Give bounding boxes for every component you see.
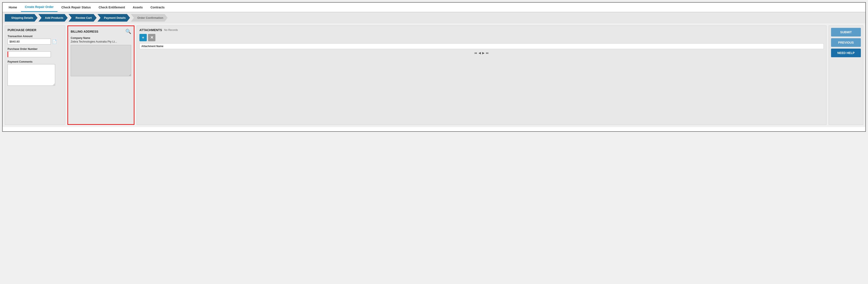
pagination-first[interactable]: ⏮ (474, 51, 477, 55)
wizard-bar: Shipping Details Add Products Review Car… (3, 12, 865, 23)
wizard-step-review-cart[interactable]: Review Cart (68, 14, 97, 22)
top-navigation: Home Create Repair Order Check Repair St… (3, 3, 865, 12)
submit-button[interactable]: SUBMIT (831, 28, 861, 36)
company-name-label: Company Name (71, 36, 131, 39)
attachment-name-header: Attachment Name (140, 43, 824, 49)
attachments-title: ATTACHMENTS (140, 28, 162, 32)
wizard-step-order-confirmation[interactable]: Order Confirmation (131, 14, 168, 22)
attachments-panel: ATTACHMENTS No Records + ✕ Attachment Na… (136, 26, 827, 125)
transaction-amount-label: Transaction Amount (7, 35, 62, 38)
pagination-next[interactable]: ▶ (482, 51, 485, 55)
billing-search-icon[interactable]: 🔍 (125, 29, 131, 34)
nav-check-entitlement[interactable]: Check Entitlement (95, 3, 129, 12)
nav-assets[interactable]: Assets (129, 3, 147, 12)
billing-address-textarea[interactable] (71, 45, 131, 76)
main-content: PURCHASE ORDER Transaction Amount 📄 Purc… (3, 23, 865, 127)
document-icon[interactable]: 📄 (52, 39, 57, 44)
no-records-label: No Records (164, 29, 178, 32)
nav-check-repair-status[interactable]: Check Repair Status (58, 3, 95, 12)
pagination-prev[interactable]: ◀ (478, 51, 481, 55)
previous-button[interactable]: PREVIOUS (831, 38, 861, 47)
wizard-step-add-products[interactable]: Add Products (38, 14, 68, 22)
transaction-amount-row: Transaction Amount 📄 (7, 35, 62, 44)
billing-address-panel: BILLING ADDRESS 🔍 Company Name Zebra Tec… (67, 26, 134, 125)
nav-contracts[interactable]: Contracts (147, 3, 168, 12)
pagination-last[interactable]: ⏭ (486, 51, 489, 55)
billing-address-title: BILLING ADDRESS (71, 30, 98, 33)
action-buttons-panel: SUBMIT PREVIOUS NEED HELP (829, 26, 863, 125)
wizard-step-payment-details[interactable]: Payment Details (97, 14, 130, 22)
wizard-step-shipping[interactable]: Shipping Details (5, 14, 38, 22)
nav-create-repair-order[interactable]: Create Repair Order (21, 3, 58, 12)
need-help-button[interactable]: NEED HELP (831, 49, 861, 57)
attachment-pagination: ⏮ ◀ ▶ ⏭ (140, 51, 824, 55)
nav-home[interactable]: Home (5, 3, 21, 12)
payment-comments-textarea[interactable] (7, 64, 55, 86)
purchase-order-panel: PURCHASE ORDER Transaction Amount 📄 Purc… (5, 26, 65, 125)
payment-comments-label: Payment Comments (7, 60, 62, 63)
add-attachment-button[interactable]: + (140, 34, 147, 41)
purchase-order-title: PURCHASE ORDER (7, 28, 62, 32)
delete-attachment-button[interactable]: ✕ (148, 34, 155, 41)
transaction-amount-input[interactable] (7, 39, 51, 44)
payment-comments-row: Payment Comments (7, 60, 62, 86)
purchase-order-number-label: Purchase Order Number (7, 48, 62, 51)
company-name-value: Zebra Technologies Australia Pty Lt... (71, 40, 131, 43)
purchase-order-number-input[interactable] (7, 52, 51, 57)
purchase-order-number-row: Purchase Order Number (7, 48, 62, 57)
